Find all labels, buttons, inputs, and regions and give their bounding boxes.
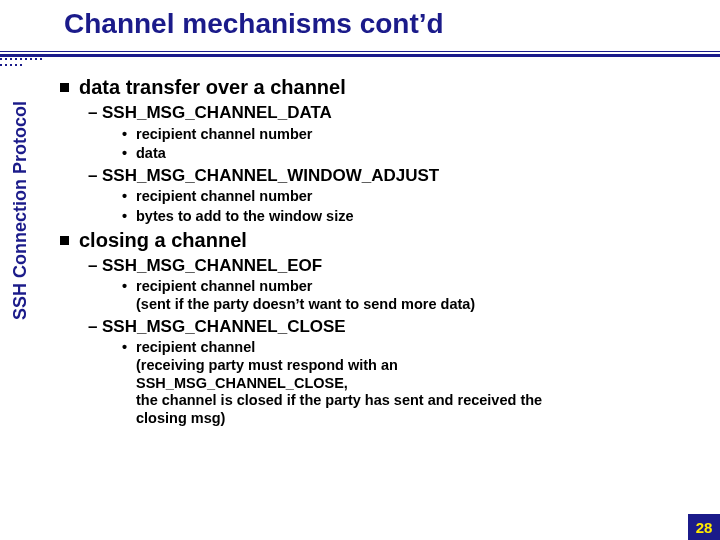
sub-item-label: SSH_MSG_CHANNEL_DATA bbox=[102, 103, 332, 122]
sub-item: –SSH_MSG_CHANNEL_EOF bbox=[88, 256, 704, 276]
bullet-item: •recipient channel bbox=[122, 339, 704, 356]
dot-bullet-icon: • bbox=[122, 278, 136, 295]
bullet-text: recipient channel bbox=[136, 339, 255, 355]
square-bullet-icon bbox=[60, 236, 69, 245]
section-heading-text: data transfer over a channel bbox=[79, 76, 346, 98]
dot-bullet-icon: • bbox=[122, 188, 136, 205]
page-number: 28 bbox=[688, 514, 720, 540]
slide-body: data transfer over a channel –SSH_MSG_CH… bbox=[60, 72, 704, 530]
section-heading: closing a channel bbox=[60, 229, 704, 252]
sub-item: –SSH_MSG_CHANNEL_WINDOW_ADJUST bbox=[88, 166, 704, 186]
dash-bullet-icon: – bbox=[88, 317, 102, 337]
sub-item: –SSH_MSG_CHANNEL_DATA bbox=[88, 103, 704, 123]
title-rule-thick bbox=[0, 54, 720, 57]
bullet-item: •recipient channel number bbox=[122, 278, 704, 295]
decorative-dots bbox=[0, 57, 45, 69]
bullet-text: recipient channel number bbox=[136, 278, 312, 294]
section-heading-text: closing a channel bbox=[79, 229, 247, 251]
sub-item-label: SSH_MSG_CHANNEL_WINDOW_ADJUST bbox=[102, 166, 439, 185]
bullet-text: bytes to add to the window size bbox=[136, 208, 354, 224]
bullet-note: SSH_MSG_CHANNEL_CLOSE, bbox=[136, 375, 704, 392]
bullet-text: recipient channel number bbox=[136, 188, 312, 204]
dot-bullet-icon: • bbox=[122, 126, 136, 143]
sub-item: –SSH_MSG_CHANNEL_CLOSE bbox=[88, 317, 704, 337]
bullet-note: the channel is closed if the party has s… bbox=[136, 392, 704, 409]
dash-bullet-icon: – bbox=[88, 103, 102, 123]
bullet-item: •bytes to add to the window size bbox=[122, 208, 704, 225]
dash-bullet-icon: – bbox=[88, 166, 102, 186]
dash-bullet-icon: – bbox=[88, 256, 102, 276]
bullet-note: (receiving party must respond with an bbox=[136, 357, 704, 374]
bullet-text: recipient channel number bbox=[136, 126, 312, 142]
dot-bullet-icon: • bbox=[122, 145, 136, 162]
bullet-item: •recipient channel number bbox=[122, 188, 704, 205]
bullet-item: •data bbox=[122, 145, 704, 162]
section-heading: data transfer over a channel bbox=[60, 76, 704, 99]
sub-item-label: SSH_MSG_CHANNEL_EOF bbox=[102, 256, 322, 275]
bullet-item: •recipient channel number bbox=[122, 126, 704, 143]
bullet-text: data bbox=[136, 145, 166, 161]
slide-title: Channel mechanisms cont’d bbox=[64, 8, 700, 40]
dot-bullet-icon: • bbox=[122, 339, 136, 356]
bullet-note: (sent if the party doesn’t want to send … bbox=[136, 296, 704, 313]
sub-item-label: SSH_MSG_CHANNEL_CLOSE bbox=[102, 317, 346, 336]
sidebar-label: SSH Connection Protocol bbox=[10, 90, 40, 320]
dot-bullet-icon: • bbox=[122, 208, 136, 225]
title-rule-thin bbox=[0, 51, 720, 52]
bullet-note: closing msg) bbox=[136, 410, 704, 427]
square-bullet-icon bbox=[60, 83, 69, 92]
